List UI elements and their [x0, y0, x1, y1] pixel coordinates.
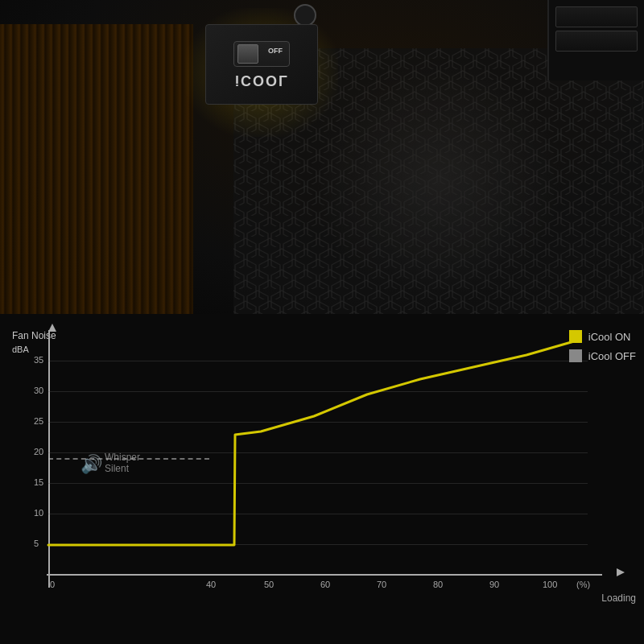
x-axis-arrow [617, 568, 625, 576]
y-axis-unit: dBA [12, 345, 29, 354]
psu-connectors [547, 0, 644, 80]
connector-slot-2 [555, 31, 638, 52]
x-tick-70: 70 [377, 580, 386, 589]
y-tick-5: 5 [34, 539, 39, 548]
percent-label: (%) [576, 580, 590, 589]
y-tick-35: 35 [34, 355, 43, 365]
psu-fins [0, 24, 193, 314]
y-tick-10: 10 [34, 508, 43, 518]
y-tick-15: 15 [34, 477, 43, 487]
x-tick-60: 60 [320, 580, 330, 589]
x-tick-50: 50 [264, 580, 274, 589]
x-tick-0: 0 [50, 580, 55, 589]
icool-switch-box: ON OFF iCOOL [205, 24, 318, 105]
icool-on-line [48, 340, 580, 545]
switch-toggle: ON OFF [233, 41, 290, 67]
switch-knob [237, 44, 258, 64]
connector-slot-1 [555, 6, 638, 27]
icool-product-label: iCOOL [235, 72, 289, 89]
switch-off-label: OFF [268, 47, 283, 55]
x-tick-90: 90 [489, 580, 499, 589]
y-tick-25: 25 [34, 416, 43, 426]
legend-off-label: iCool OFF [588, 350, 636, 362]
power-button [294, 4, 316, 27]
loading-label: Loading [601, 592, 636, 604]
chart-section: Fan Noise dBA 5 10 15 20 25 30 35 0 40 5… [0, 314, 644, 644]
chart-area: Fan Noise dBA 5 10 15 20 25 30 35 0 40 5… [56, 330, 620, 612]
x-tick-80: 80 [433, 580, 443, 589]
x-tick-100: 100 [543, 580, 557, 589]
legend-on-label: iCool ON [588, 331, 631, 343]
x-tick-40: 40 [206, 580, 216, 589]
y-tick-20: 20 [34, 447, 43, 456]
y-tick-30: 30 [34, 386, 43, 395]
chart-svg [48, 326, 588, 576]
psu-image-section: ON OFF iCOOL [0, 0, 644, 314]
